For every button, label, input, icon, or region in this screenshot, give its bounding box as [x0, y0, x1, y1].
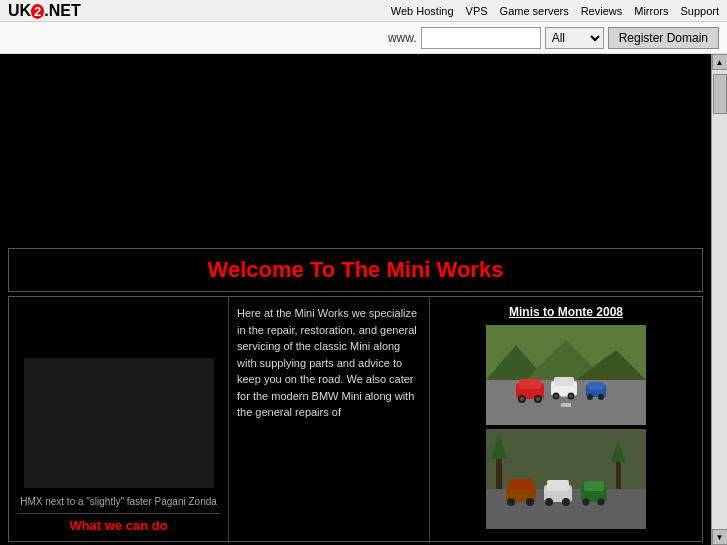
car-image-placeholder: [24, 358, 214, 488]
svg-rect-15: [554, 377, 574, 386]
svg-rect-7: [561, 403, 571, 407]
svg-rect-21: [588, 382, 604, 390]
svg-point-23: [598, 394, 604, 400]
domain-bar: www. All .co.uk .com .org .net Register …: [0, 22, 727, 54]
svg-point-36: [545, 498, 553, 506]
svg-point-22: [587, 394, 593, 400]
scrollbar: ▲ ▼: [711, 54, 727, 545]
body-text: Here at the Mini Works we specialize in …: [237, 305, 421, 421]
www-label: www.: [388, 31, 417, 45]
svg-rect-28: [616, 459, 621, 489]
nav-vps[interactable]: VPS: [466, 5, 488, 17]
svg-point-13: [536, 397, 540, 401]
svg-point-33: [526, 498, 534, 506]
banner-area: [0, 54, 711, 244]
register-domain-button[interactable]: Register Domain: [608, 27, 719, 49]
svg-rect-9: [519, 379, 541, 389]
nav-support[interactable]: Support: [680, 5, 719, 17]
nav-reviews[interactable]: Reviews: [581, 5, 623, 17]
site-logo: UK2.NET: [8, 2, 81, 20]
image-caption: HMX next to a "slightly" faster Pagani Z…: [20, 496, 217, 507]
middle-column: Here at the Mini Works we specialize in …: [229, 297, 429, 541]
nav-web-hosting[interactable]: Web Hosting: [391, 5, 454, 17]
svg-point-11: [520, 397, 524, 401]
scroll-track: [712, 70, 727, 529]
scroll-down-button[interactable]: ▼: [712, 529, 728, 545]
minis-monte-image-1: [486, 325, 646, 425]
logo-uk: UK: [8, 2, 31, 19]
nav-mirrors[interactable]: Mirrors: [634, 5, 668, 17]
minis-monte-image-2: [486, 429, 646, 529]
svg-point-40: [583, 499, 590, 506]
svg-rect-31: [509, 479, 533, 490]
svg-point-37: [562, 498, 570, 506]
svg-rect-39: [584, 481, 604, 491]
welcome-box: Welcome To The Mini Works: [8, 248, 703, 292]
scroll-thumb[interactable]: [713, 74, 727, 114]
svg-point-32: [507, 498, 515, 506]
scroll-up-button[interactable]: ▲: [712, 54, 728, 70]
svg-rect-26: [496, 454, 502, 489]
welcome-section: Welcome To The Mini Works: [0, 244, 711, 296]
top-nav: Web Hosting VPS Game servers Reviews Mir…: [391, 5, 719, 17]
page-wrapper: Welcome To The Mini Works HMX next to a …: [0, 54, 727, 545]
svg-point-19: [570, 395, 573, 398]
site-header: UK2.NET Web Hosting VPS Game servers Rev…: [0, 0, 727, 22]
left-column: HMX next to a "slightly" faster Pagani Z…: [9, 297, 229, 541]
content-area: HMX next to a "slightly" faster Pagani Z…: [8, 296, 703, 542]
right-column: Minis to Monte 2008: [429, 297, 702, 541]
domain-input[interactable]: [421, 27, 541, 49]
main-content: Welcome To The Mini Works HMX next to a …: [0, 54, 711, 545]
svg-point-17: [555, 395, 558, 398]
welcome-title: Welcome To The Mini Works: [208, 257, 504, 282]
logo-two: 2: [31, 4, 44, 19]
article-title[interactable]: Minis to Monte 2008: [438, 305, 694, 319]
tld-select[interactable]: All .co.uk .com .org .net: [545, 27, 604, 49]
nav-game-servers[interactable]: Game servers: [500, 5, 569, 17]
logo-net: .NET: [44, 2, 80, 19]
what-we-can-do-link[interactable]: What we can do: [17, 513, 220, 533]
svg-rect-35: [547, 480, 569, 491]
svg-point-41: [598, 499, 605, 506]
